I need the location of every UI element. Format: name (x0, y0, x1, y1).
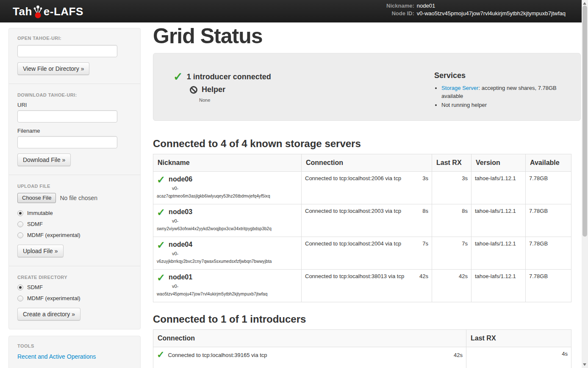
page-title: Grid Status (153, 24, 581, 48)
radio-mdmf[interactable] (17, 232, 23, 238)
scroll-down-arrow-icon[interactable] (583, 363, 586, 366)
storage-server-link[interactable]: Storage Server (441, 85, 478, 91)
download-file-button[interactable]: Download File » (17, 153, 71, 166)
sidebar-divider (9, 175, 140, 175)
choose-file-button[interactable]: Choose File (17, 193, 56, 203)
radio-immutable-label: Immutable (27, 210, 53, 216)
table-row: ✓ node06 v0- acaz7qptmeo6m3asjlgkb6iwlyu… (153, 172, 571, 204)
connection-age: 42s (419, 273, 428, 279)
sidebar-divider (9, 84, 140, 84)
col-header-available: Available (526, 154, 571, 172)
filename-label: Filename (17, 128, 132, 134)
col-header-last-rx: Last RX (432, 154, 472, 172)
connection-age: 8s (422, 208, 428, 214)
node-id-value: v0-wao5tzv45pmoju47jow7rvl4ukirjm5ytbh2k… (417, 10, 566, 17)
brand-text-post: e-LAFS (44, 5, 83, 18)
server-available: 7.78GB (526, 237, 571, 270)
server-available: 7.78GB (526, 270, 571, 302)
connected-check-icon: ✓ (157, 175, 165, 184)
mkdir-format-mdmf[interactable]: MDMF (experimental) (17, 295, 132, 301)
view-file-or-directory-button[interactable]: View File or Directory » (17, 62, 89, 75)
tools-panel: TOOLS Recent and Active Operations (8, 336, 141, 368)
table-header-row: Connection Last RX (153, 330, 571, 347)
download-filename-input[interactable] (17, 136, 117, 148)
introducer-connection: Connected to tcp:localhost:39165 via tcp (168, 352, 454, 358)
radio-immutable[interactable] (17, 210, 23, 216)
no-file-chosen-text: No file chosen (60, 195, 97, 201)
storage-servers-table: Nickname Connection Last RX Version Avai… (153, 154, 571, 302)
radio-mkdir-sdmf[interactable] (17, 284, 23, 290)
connected-check-icon: ✓ (157, 240, 165, 250)
create-directory-button[interactable]: Create a directory » (17, 308, 80, 321)
scrollbar-thumb[interactable] (582, 6, 587, 237)
tools-label: TOOLS (17, 343, 132, 348)
introducers-heading: Connected to 1 of 1 introducers (153, 313, 581, 325)
connected-check-icon: ✓ (157, 273, 165, 282)
server-id-hash: swny2viyw63ofxwi4x2yykd2woqjbpx3cw34xtri… (157, 226, 298, 231)
upload-file-button[interactable]: Upload File » (17, 245, 64, 257)
connected-check-icon: ✓ (157, 351, 164, 359)
server-id-hash: wao5tzv45pmoju47jow7rvl4ukirjm5ytbh2kjty… (157, 292, 298, 296)
connection-age: 3s (422, 175, 428, 181)
node-info: Nickname: node01 Node ID: v0-wao5tzv45pm… (375, 3, 566, 18)
connection-age: 7s (422, 240, 428, 247)
create-directory-label: CREATE DIRECTORY (17, 275, 132, 280)
recent-operations-link[interactable]: Recent and Active Operations (17, 353, 96, 360)
connected-check-icon: ✓ (157, 208, 165, 217)
upload-format-sdmf[interactable]: SDMF (17, 221, 132, 227)
scroll-up-arrow-icon[interactable] (583, 2, 586, 5)
sidebar-main-panel: OPEN TAHOE-URI: View File or Directory »… (8, 28, 141, 329)
radio-mkdir-mdmf[interactable] (17, 296, 23, 301)
introducers-table: Connection Last RX ✓ Connected to tcp:lo… (153, 329, 571, 368)
server-id-prefix: v0- (172, 284, 298, 289)
service-item-helper: Not running helper (441, 101, 572, 109)
server-connection: Connected to tcp:localhost:2004 via tcp (305, 240, 401, 247)
mkdir-format-sdmf[interactable]: SDMF (17, 284, 132, 290)
sidebar-divider (9, 266, 140, 266)
server-nickname: node04 (169, 240, 192, 250)
table-header-row: Nickname Connection Last RX Version Avai… (153, 154, 571, 172)
radio-mkdir-mdmf-label: MDMF (experimental) (27, 295, 80, 301)
uri-label: URI (17, 102, 132, 108)
radio-mkdir-sdmf-label: SDMF (27, 284, 43, 290)
download-uri-input[interactable] (17, 110, 117, 123)
server-version: tahoe-lafs/1.12.1 (472, 204, 526, 237)
server-nickname: node01 (169, 273, 192, 282)
upload-format-mdmf[interactable]: MDMF (experimental) (17, 232, 132, 238)
table-row: ✓ node03 v0- swny2viyw63ofxwi4x2yykd2woq… (153, 204, 571, 237)
tahoe-lafs-logo[interactable]: Tah e-LAFS (13, 5, 83, 18)
server-version: tahoe-lafs/1.12.1 (472, 172, 526, 204)
server-id-prefix: v0- (172, 218, 298, 223)
nickname-value: node01 (417, 3, 435, 9)
file-picker: Choose File No file chosen (17, 193, 132, 203)
server-connection: Connected to tcp:localhost:2006 via tcp (305, 175, 401, 181)
table-row: ✓ node01 v0- wao5tzv45pmoju47jow7rvl4uki… (153, 270, 571, 302)
server-version: tahoe-lafs/1.12.1 (472, 270, 526, 302)
server-version: tahoe-lafs/1.12.1 (472, 237, 526, 270)
node-id-label: Node ID: (375, 10, 414, 17)
upload-format-immutable[interactable]: Immutable (17, 210, 132, 216)
nickname-label: Nickname: (375, 3, 414, 9)
main-content: Grid Status ✓ 1 introducer connected Hel… (153, 22, 581, 368)
server-available: 7.78GB (526, 204, 571, 237)
server-nickname: node03 (169, 208, 192, 217)
top-navbar: Tah e-LAFS Nickname: node01 Node ID: v0-… (0, 0, 582, 22)
brand-text-pre: Tah (13, 5, 32, 18)
helper-title: Helper (202, 85, 225, 94)
connected-check-icon: ✓ (173, 71, 183, 82)
server-id-hash: v6zuyjkbrrkqy2bvc2cny7qwax5sxumedsxfzfjw… (157, 259, 298, 264)
vertical-scrollbar[interactable] (582, 0, 588, 368)
radio-sdmf[interactable] (17, 221, 23, 227)
service-item-storage: Storage Server: accepting new shares, 7.… (441, 84, 572, 100)
open-tahoe-uri-input[interactable] (17, 45, 117, 57)
radio-sdmf-label: SDMF (27, 221, 43, 227)
server-id-hash: acaz7qptmeo6m3asjlgkb6iwlyuqey53hz26tbdm… (157, 194, 298, 198)
col-header-connection: Connection (153, 330, 466, 347)
storage-servers-heading: Connected to 4 of 4 known storage server… (153, 138, 581, 150)
col-header-nickname: Nickname (153, 154, 302, 172)
server-nickname: node06 (169, 175, 192, 184)
grid-status-summary: ✓ 1 introducer connected Helper None Ser… (153, 53, 581, 121)
table-row: ✓ Connected to tcp:localhost:39165 via t… (153, 347, 571, 368)
col-header-last-rx: Last RX (466, 330, 571, 347)
services-box: Services Storage Server: accepting new s… (434, 71, 572, 120)
